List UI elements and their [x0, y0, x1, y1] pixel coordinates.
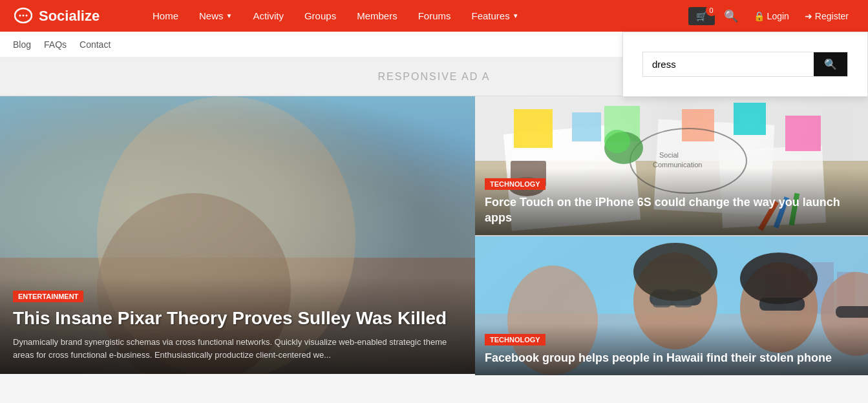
main-article[interactable]: ENTERTAINMENT This Insane Pixar Theory P… [0, 96, 475, 374]
register-arrow-icon: ➜ [805, 11, 812, 21]
nav-news[interactable]: News ▼ [189, 0, 242, 32]
features-chevron-icon: ▼ [513, 12, 519, 19]
nav-groups[interactable]: Groups [294, 0, 346, 32]
sec-contact[interactable]: Contact [79, 39, 111, 50]
svg-rect-19 [572, 112, 601, 141]
top-navigation: Socialize Home News ▼ Activity Groups Me… [0, 0, 868, 32]
nav-links: Home News ▼ Activity Groups Members Foru… [142, 0, 688, 32]
svg-point-26 [604, 130, 630, 153]
svg-point-46 [633, 243, 717, 301]
login-button[interactable]: 🔒 Login [747, 11, 796, 21]
brand-name: Socialize [39, 8, 100, 25]
main-article-title: This Insane Pixar Theory Proves Sulley W… [13, 307, 462, 329]
main-content: ENTERTAINMENT This Insane Pixar Theory P… [0, 96, 868, 375]
bottom-right-category: TECHNOLOGY [485, 334, 545, 346]
search-overlay: 🔍 [622, 32, 868, 97]
main-article-overlay: ENTERTAINMENT This Insane Pixar Theory P… [0, 277, 475, 374]
nav-forums[interactable]: Forums [408, 0, 461, 32]
search-box: 🔍 [642, 52, 848, 77]
nav-activity[interactable]: Activity [242, 0, 294, 32]
main-article-category: ENTERTAINMENT [13, 291, 83, 302]
cart-badge: 0 [706, 5, 717, 16]
top-right-category: TECHNOLOGY [485, 178, 545, 190]
nav-members[interactable]: Members [346, 0, 408, 32]
svg-point-1 [19, 14, 21, 16]
nav-right: 🛒 0 🔍 🔒 Login ➜ Register [688, 7, 855, 25]
secondary-links: Blog FAQs Contact [13, 39, 111, 50]
svg-point-47 [740, 253, 818, 304]
sec-blog[interactable]: Blog [13, 39, 31, 50]
bottom-right-title: Facebook group helps people in Hawaii fi… [485, 351, 858, 366]
search-input[interactable] [643, 52, 814, 76]
svg-point-2 [23, 14, 25, 16]
search-button[interactable]: 🔍 [717, 9, 745, 23]
cart-icon: 🛒 [696, 11, 707, 21]
right-articles: Social Communication TECHNOLOGY Force To… [475, 96, 868, 375]
news-chevron-icon: ▼ [226, 12, 233, 19]
bottom-right-overlay: TECHNOLOGY Facebook group helps people i… [475, 324, 868, 375]
sec-faqs[interactable]: FAQs [44, 39, 67, 50]
top-right-article[interactable]: Social Communication TECHNOLOGY Force To… [475, 96, 868, 235]
top-right-title: Force Touch on the iPhone 6S could chang… [485, 195, 858, 225]
search-submit-button[interactable]: 🔍 [814, 52, 847, 76]
nav-home[interactable]: Home [142, 0, 189, 32]
svg-rect-14 [514, 109, 553, 148]
top-right-overlay: TECHNOLOGY Force Touch on the iPhone 6S … [475, 168, 868, 235]
register-button[interactable]: ➜ Register [798, 11, 855, 21]
svg-rect-15 [785, 116, 821, 151]
cart-button[interactable]: 🛒 0 [688, 7, 715, 25]
bottom-right-article[interactable]: TECHNOLOGY Facebook group helps people i… [475, 236, 868, 375]
main-article-excerpt: Dynamically brand synergistic schemas vi… [13, 336, 462, 361]
lock-icon: 🔒 [754, 11, 765, 21]
nav-features[interactable]: Features ▼ [461, 0, 529, 32]
logo-icon [13, 6, 34, 26]
svg-text:Social: Social [659, 151, 679, 159]
logo[interactable]: Socialize [13, 6, 116, 26]
svg-point-3 [26, 14, 28, 16]
svg-rect-18 [682, 109, 714, 141]
svg-rect-16 [734, 103, 766, 135]
svg-text:Communication: Communication [653, 161, 702, 169]
svg-rect-45 [836, 306, 868, 318]
